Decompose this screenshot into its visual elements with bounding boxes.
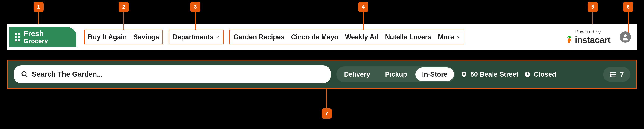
annotation-6: 6: [623, 2, 633, 12]
nav-buy-it-again[interactable]: Buy It Again: [88, 33, 127, 41]
nav-shortcuts-group: Buy It Again Savings: [84, 30, 163, 45]
logo-text: Fresh Grocery: [24, 29, 48, 45]
nav-departments-group: Departments: [169, 30, 224, 45]
annotation-3: 3: [190, 2, 200, 12]
nav-savings[interactable]: Savings: [134, 33, 159, 41]
svg-line-2: [26, 75, 28, 77]
search-icon: [21, 71, 28, 78]
clock-icon: [524, 71, 531, 78]
logo-icon: [15, 33, 20, 41]
annotation-4: 4: [358, 2, 368, 12]
store-logo[interactable]: Fresh Grocery: [9, 27, 76, 47]
mode-pickup[interactable]: Pickup: [378, 67, 414, 81]
hours-info[interactable]: Closed: [524, 70, 556, 78]
annotation-5: 5: [588, 2, 598, 12]
nav-collections-group: Garden Recipes Cinco de Mayo Weekly Ad N…: [230, 30, 464, 45]
mode-delivery[interactable]: Delivery: [338, 67, 377, 81]
svg-point-3: [463, 73, 465, 75]
location-pin-icon: [460, 71, 467, 78]
user-account-button[interactable]: [620, 31, 631, 43]
annotation-2: 2: [119, 2, 129, 12]
annotation-7: 7: [322, 108, 332, 118]
chevron-down-icon: [456, 35, 460, 39]
fulfillment-toggle: Delivery Pickup In-Store: [336, 66, 455, 82]
chevron-down-icon: [216, 35, 220, 39]
svg-point-5: [610, 72, 611, 73]
svg-point-7: [610, 74, 611, 75]
mode-in-store[interactable]: In-Store: [416, 67, 454, 81]
list-icon: [610, 71, 616, 78]
nav-departments[interactable]: Departments: [172, 33, 220, 41]
nav-collection-garden-recipes[interactable]: Garden Recipes: [234, 33, 284, 41]
powered-by[interactable]: Powered by instacart: [566, 29, 610, 45]
svg-point-0: [624, 34, 627, 37]
shopping-list-button[interactable]: 7: [603, 67, 630, 82]
powered-by-label: Powered by: [575, 29, 601, 35]
nav-collection-cinco-de-mayo[interactable]: Cinco de Mayo: [291, 33, 338, 41]
user-icon: [621, 33, 630, 41]
search-box[interactable]: [14, 65, 331, 83]
sub-header-bar: Delivery Pickup In-Store 50 Beale Street…: [8, 60, 636, 89]
carrot-icon: [566, 36, 573, 44]
nav-collection-nutella-lovers[interactable]: Nutella Lovers: [385, 33, 431, 41]
svg-point-1: [22, 72, 26, 76]
search-input[interactable]: [32, 70, 323, 78]
nav-collection-weekly-ad[interactable]: Weekly Ad: [345, 33, 378, 41]
annotation-1: 1: [34, 2, 44, 12]
svg-point-9: [610, 76, 611, 76]
header-bar: Fresh Grocery Buy It Again Savings Depar…: [8, 24, 636, 50]
location-selector[interactable]: 50 Beale Street: [460, 70, 518, 78]
nav-more[interactable]: More: [438, 33, 460, 41]
instacart-logo: instacart: [566, 35, 610, 45]
